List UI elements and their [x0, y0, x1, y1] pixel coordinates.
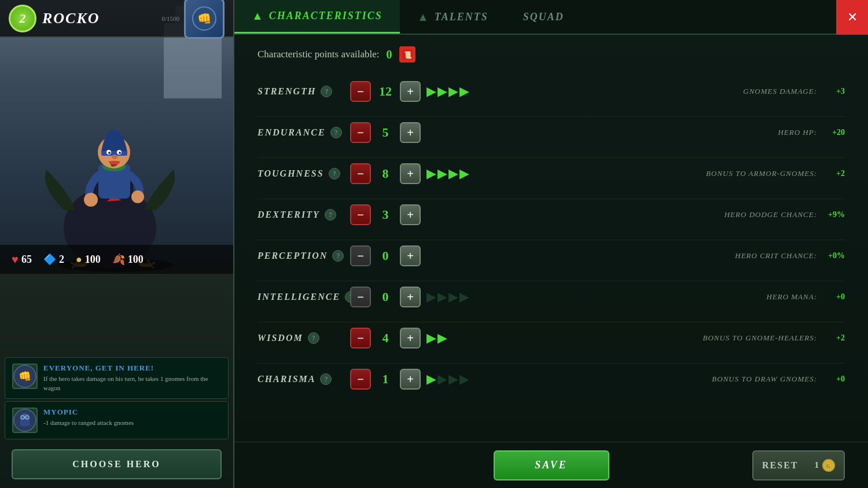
stat-effect-label-dexterity: Hero dodge chance: — [724, 210, 817, 219]
plus-button-perception[interactable]: + — [400, 245, 421, 266]
stat-value-strength: 12 — [371, 84, 400, 99]
stat-effect-value-dexterity: +9% — [822, 210, 845, 219]
stat-effect-label-intelligence: Hero mana: — [766, 292, 817, 302]
svg-text:📜: 📜 — [403, 50, 411, 59]
hero-heart-value: 65 — [21, 254, 32, 266]
hero-leaf-value: 100 — [128, 254, 144, 266]
stat-name-area-endurance: Endurance ? — [258, 127, 350, 138]
plus-button-toughness[interactable]: + — [400, 163, 421, 184]
tab-characteristics[interactable]: ▲ Characteristics — [234, 0, 400, 34]
tab-talents[interactable]: ▲ Talents — [400, 0, 506, 34]
stat-value-endurance: 5 — [371, 125, 400, 140]
trait-card-myopic: Myopic -1 damage to ranged attack gnomes — [5, 401, 229, 439]
minus-button-dexterity[interactable]: − — [350, 204, 371, 225]
close-button[interactable]: ✕ — [836, 0, 868, 35]
talents-arrow-icon: ▲ — [417, 10, 429, 24]
coin-icon: ● — [76, 254, 82, 266]
stat-effect-label-toughness: Bonus to armor-gnomes: — [706, 169, 817, 178]
stat-row-dexterity: Dexterity ? − 3 + Hero dodge chance: +9% — [258, 200, 845, 229]
help-icon-dexterity[interactable]: ? — [325, 209, 336, 221]
minus-button-wisdom[interactable]: − — [350, 328, 371, 348]
plus-button-strength[interactable]: + — [400, 81, 421, 102]
hero-coin-value: 100 — [85, 254, 101, 266]
help-icon-endurance[interactable]: ? — [330, 127, 342, 138]
char-points-value: 0 — [387, 48, 392, 61]
svg-point-15 — [119, 152, 121, 154]
shield-icon: 🔷 — [43, 253, 56, 266]
stat-leaf: 🍂 100 — [112, 253, 144, 266]
minus-button-toughness[interactable]: − — [350, 163, 371, 184]
hero-stats-bar: ♥ 65 🔷 2 ● 100 🍂 100 — [0, 245, 233, 274]
arrow-3-toughness: ▶ — [448, 166, 458, 181]
arrow-2-strength: ▶ — [437, 84, 447, 99]
stat-effect-label-strength: Gnomes damage: — [743, 87, 817, 96]
heart-icon: ♥ — [12, 253, 19, 266]
stat-effect-value-charisma: +0 — [822, 375, 845, 384]
right-panel: ▲ Characteristics ▲ Talents Squad ✕ Char… — [234, 0, 868, 488]
svg-point-16 — [112, 155, 117, 159]
stat-row-intelligence: Intelligence ? − 0 + ▶ ▶ ▶ ▶ Hero mana: … — [258, 282, 845, 311]
arrow-2-intelligence: ▶ — [437, 289, 447, 304]
save-button[interactable]: Save — [494, 450, 609, 480]
stat-value-charisma: 1 — [371, 372, 400, 387]
stat-effect-toughness: Bonus to armor-gnomes: +2 — [706, 169, 845, 178]
tab-squad[interactable]: Squad — [506, 0, 582, 34]
stat-effect-intelligence: Hero mana: +0 — [766, 292, 845, 302]
reset-label: Reset — [762, 460, 798, 471]
trait-name-myopic: Myopic — [43, 408, 221, 417]
stat-name-area-charisma: Charisma ? — [258, 373, 350, 385]
svg-rect-17 — [111, 161, 119, 164]
plus-button-intelligence[interactable]: + — [400, 287, 421, 307]
minus-button-strength[interactable]: − — [350, 81, 371, 102]
svg-text:👊: 👊 — [197, 12, 212, 25]
stat-effect-value-wisdom: +2 — [822, 333, 845, 343]
minus-button-intelligence[interactable]: − — [350, 287, 371, 307]
left-panel: 2 Rocko 0/1500 👊 — [0, 0, 234, 488]
plus-button-endurance[interactable]: + — [400, 122, 421, 143]
help-icon-perception[interactable]: ? — [332, 250, 344, 262]
trait-card-everyone: 👊 Everyone, get in here! If the hero tak… — [5, 357, 229, 399]
stat-heart: ♥ 65 — [12, 253, 32, 266]
arrow-3-charisma: ▶ — [448, 372, 458, 387]
minus-button-endurance[interactable]: − — [350, 122, 371, 143]
reset-coin-icon: G — [822, 459, 835, 472]
reset-count: 1 G — [815, 459, 836, 472]
stat-effect-value-endurance: +20 — [822, 128, 845, 137]
help-icon-wisdom[interactable]: ? — [308, 332, 319, 344]
tab-squad-label: Squad — [523, 11, 564, 23]
plus-button-dexterity[interactable]: + — [400, 204, 421, 225]
traits-area: 👊 Everyone, get in here! If the hero tak… — [0, 355, 233, 442]
stat-label-endurance: Endurance — [258, 127, 326, 138]
plus-button-wisdom[interactable]: + — [400, 328, 421, 348]
tab-talents-label: Talents — [435, 11, 488, 23]
stat-name-area-toughness: Toughness ? — [258, 168, 350, 179]
stat-name-area-perception: Perception ? — [258, 250, 350, 262]
arrow-4-strength: ▶ — [459, 84, 469, 99]
arrows-toughness: ▶ ▶ ▶ ▶ — [426, 166, 496, 181]
arrow-2-charisma: ▶ — [437, 372, 447, 387]
hero-level-badge: 2 — [9, 5, 36, 32]
arrows-wisdom: ▶ ▶ — [426, 331, 496, 346]
minus-button-charisma[interactable]: − — [350, 369, 371, 390]
help-icon-strength[interactable]: ? — [321, 86, 332, 97]
stat-row-perception: Perception ? − 0 + Hero crit chance: +0% — [258, 241, 845, 270]
arrow-4-toughness: ▶ — [459, 166, 469, 181]
svg-point-14 — [108, 152, 111, 154]
minus-button-perception[interactable]: − — [350, 245, 371, 266]
stat-label-charisma: Charisma — [258, 374, 315, 384]
help-icon-toughness[interactable]: ? — [329, 168, 340, 179]
reset-button[interactable]: Reset 1 G — [752, 450, 845, 480]
stat-row-strength: Strength ? − 12 + ▶ ▶ ▶ ▶ Gnomes damage:… — [258, 77, 845, 106]
reset-count-value: 1 — [815, 460, 821, 470]
plus-button-charisma[interactable]: + — [400, 369, 421, 390]
stat-label-wisdom: Wisdom — [258, 333, 303, 343]
leaf-icon: 🍂 — [112, 253, 125, 266]
stat-effect-value-strength: +3 — [822, 87, 845, 96]
arrows-charisma: ▶ ▶ ▶ ▶ — [426, 372, 496, 387]
arrow-1-strength: ▶ — [426, 84, 436, 99]
arrow-4-intelligence: ▶ — [459, 289, 469, 304]
help-icon-charisma[interactable]: ? — [320, 373, 332, 385]
stat-effect-label-perception: Hero crit chance: — [735, 251, 817, 260]
choose-hero-button[interactable]: Choose Hero — [12, 449, 222, 479]
trait-desc-everyone: If the hero takes damage on his turn, he… — [43, 375, 221, 392]
